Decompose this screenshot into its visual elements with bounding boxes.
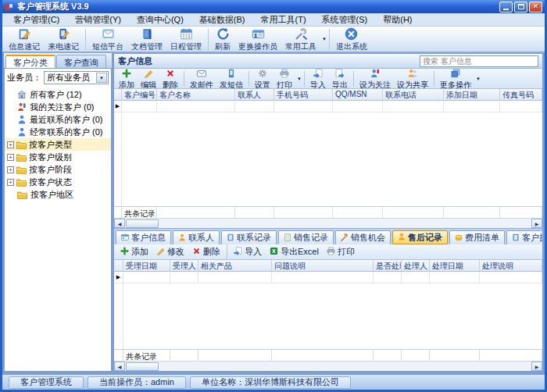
record-count-label: 共条记录	[122, 207, 157, 218]
quick-note-button[interactable]: 信息速记	[5, 27, 44, 52]
minimize-icon[interactable]	[499, 2, 513, 12]
document-manage-button[interactable]: 文档管理	[127, 27, 166, 52]
scrollbar-thumb[interactable]	[126, 362, 159, 371]
scroll-right-icon[interactable]	[531, 219, 542, 228]
column-header[interactable]: 受理人	[170, 260, 198, 272]
horizontal-scrollbar[interactable]	[114, 218, 542, 228]
expand-plus-icon[interactable]	[7, 166, 14, 173]
close-icon[interactable]: ✕	[529, 2, 542, 12]
menu-help[interactable]: 帮助(H)	[375, 13, 420, 27]
chevron-down-icon[interactable]	[96, 73, 107, 83]
column-header[interactable]: 问题说明	[272, 260, 374, 272]
column-header[interactable]: 客户名称	[157, 89, 235, 101]
table-row[interactable]	[114, 272, 542, 283]
call-note-button[interactable]: 来电速记	[44, 27, 83, 52]
set-share-button[interactable]: 设为共享	[394, 68, 431, 89]
scroll-left-icon[interactable]	[114, 219, 125, 228]
set-follow-button[interactable]: 设为关注	[356, 68, 394, 89]
menu-customer[interactable]: 客户管理(C)	[5, 13, 67, 27]
tab-customer-search[interactable]: 客户查询	[56, 55, 106, 68]
export-excel-button[interactable]: 导出Excel	[266, 246, 323, 258]
add-button[interactable]: 添加	[116, 68, 138, 89]
phone-edit-icon	[57, 27, 70, 42]
dropdown-arrow-icon[interactable]	[297, 77, 302, 81]
tab-sales-records[interactable]: 销售记录	[278, 230, 334, 244]
menu-common-tools[interactable]: 常用工具(T)	[253, 13, 314, 27]
tree-item-by-stage[interactable]: 按客户阶段	[5, 163, 111, 176]
column-header[interactable]: 联系人	[235, 89, 274, 101]
detail-add-button[interactable]: 添加	[116, 246, 152, 258]
column-header[interactable]: 处理说明	[480, 260, 542, 272]
tree-item-all-customers[interactable]: 所有客户 (12)	[5, 88, 111, 101]
import-button[interactable]: 导入	[307, 68, 329, 89]
column-header[interactable]: 相关产品	[198, 260, 272, 272]
scrollbar-thumb[interactable]	[126, 219, 159, 228]
tab-expense-list[interactable]: 费用清单	[449, 230, 505, 244]
column-header[interactable]: 是否处理	[374, 260, 402, 272]
settings-button[interactable]: 设置	[252, 68, 274, 89]
column-header[interactable]: 联系电话	[383, 89, 444, 101]
delete-button[interactable]: 删除	[159, 68, 181, 89]
tab-sales-chances[interactable]: 销售机会	[335, 230, 391, 244]
edit-button[interactable]: 编辑	[138, 68, 159, 89]
detail-delete-button[interactable]: 删除	[188, 246, 224, 258]
detail-edit-button[interactable]: 修改	[152, 246, 188, 258]
menu-base-data[interactable]: 基础数据(B)	[191, 13, 253, 27]
menu-query-center[interactable]: 查询中心(Q)	[129, 13, 191, 27]
dropdown-arrow-icon[interactable]	[322, 37, 327, 41]
column-header[interactable]: 处理人	[402, 260, 430, 272]
expand-plus-icon[interactable]	[7, 141, 14, 148]
horizontal-scrollbar[interactable]	[114, 361, 542, 371]
tree-item-recent-contacts[interactable]: 最近联系的客户 (0)	[5, 113, 111, 126]
detail-print-button[interactable]: 打印	[323, 246, 359, 258]
tree-item-by-region[interactable]: 按客户地区	[5, 188, 111, 201]
column-header[interactable]: 受理日期	[123, 260, 170, 272]
column-header[interactable]: 手机号码	[274, 89, 333, 101]
row-selector-icon[interactable]	[114, 272, 123, 283]
tree-item-by-status[interactable]: 按客户状态	[5, 176, 111, 188]
tab-customer-category[interactable]: 客户分类	[5, 55, 55, 68]
column-header[interactable]: 处理日期	[430, 260, 480, 272]
expand-plus-icon[interactable]	[7, 179, 14, 186]
scroll-right-icon[interactable]	[531, 362, 542, 371]
row-selector-icon[interactable]	[114, 101, 122, 112]
menu-marketing[interactable]: 营销管理(Y)	[67, 13, 129, 27]
sms-platform-button[interactable]: 短信平台	[88, 27, 127, 52]
exit-system-button[interactable]: 退出系统	[332, 27, 371, 52]
toolbar-separator	[208, 29, 209, 50]
search-input[interactable]	[420, 55, 538, 67]
common-tools-button[interactable]: 常用工具	[281, 27, 320, 52]
column-header[interactable]: 客户编号	[122, 89, 157, 101]
send-sms-button[interactable]: 发短信	[216, 68, 246, 89]
tab-contact-records[interactable]: 联系记录	[221, 230, 277, 244]
dropdown-arrow-icon[interactable]	[476, 77, 481, 81]
tree-item-by-type[interactable]: 按客户类型	[5, 138, 111, 151]
folder-icon	[16, 153, 27, 162]
print-button[interactable]: 打印	[274, 68, 295, 89]
scroll-left-icon[interactable]	[114, 362, 125, 371]
salesman-select[interactable]: 所有业务员	[44, 71, 109, 84]
folder-icon	[17, 191, 27, 199]
more-actions-button[interactable]: 更多操作	[437, 68, 474, 89]
menu-system[interactable]: 系统管理(S)	[314, 13, 376, 27]
tab-customer-remind[interactable]: 客户提醒	[506, 230, 542, 244]
tab-contacts[interactable]: 联系人	[173, 230, 220, 244]
column-header[interactable]: 添加日期	[444, 89, 500, 101]
table-row[interactable]	[114, 101, 542, 112]
tree-item-by-level[interactable]: 按客户级别	[5, 151, 111, 163]
change-operator-button[interactable]: 更换操作员	[234, 27, 281, 52]
tab-aftersale-records[interactable]: 售后记录	[392, 230, 448, 244]
maximize-icon[interactable]	[514, 2, 527, 12]
tab-customer-info[interactable]: 客户信息	[116, 230, 171, 244]
expand-plus-icon[interactable]	[7, 154, 14, 161]
tree-item-frequent-contacts[interactable]: 经常联系的客户 (0)	[5, 126, 111, 138]
column-header[interactable]: 传真号码	[500, 89, 542, 101]
send-mail-button[interactable]: 发邮件	[187, 68, 216, 89]
column-header[interactable]: QQ/MSN	[333, 89, 383, 101]
refresh-button[interactable]: 刷新	[211, 27, 234, 52]
tree-item-followed-customers[interactable]: 我的关注客户 (0)	[5, 101, 111, 113]
schedule-manage-button[interactable]: 日程管理	[166, 27, 206, 52]
detail-import-button[interactable]: 导入	[230, 246, 266, 258]
export-button[interactable]: 导出	[329, 68, 351, 89]
app-window: 客户管理系统 V3.9 ✕ 客户管理(C) 营销管理(Y) 查询中心(Q) 基础…	[0, 0, 547, 392]
